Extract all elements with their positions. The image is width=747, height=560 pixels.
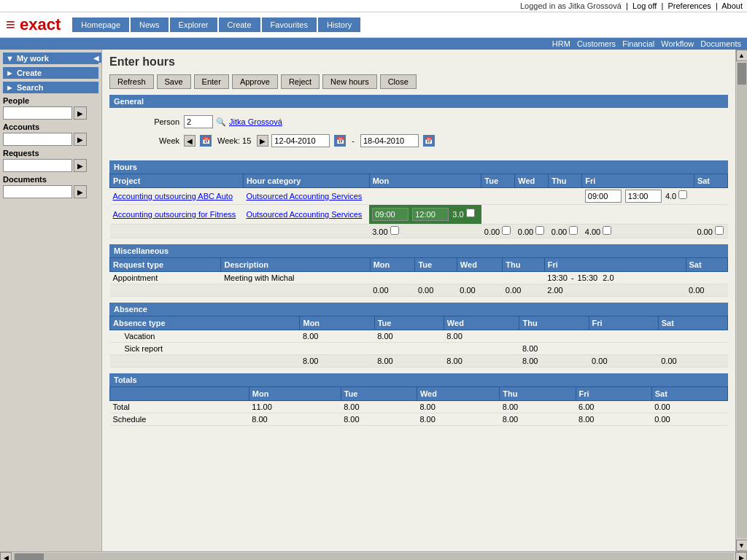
- misc-total-row: 0.00 0.00 0.00 0.00 2.00 0.00: [110, 284, 728, 297]
- thu-cell: [549, 188, 582, 205]
- misc-section: Miscellaneous Request type Description M…: [109, 244, 728, 297]
- requests-search-go[interactable]: ▶: [74, 159, 87, 172]
- people-search-input[interactable]: [3, 106, 72, 120]
- thu-total-checkbox[interactable]: [569, 226, 578, 235]
- sidebar-search-header[interactable]: ► Search: [3, 82, 98, 93]
- schedule-mon: 8.00: [249, 413, 341, 426]
- nav-create[interactable]: Create: [219, 18, 260, 32]
- vac-thu: [519, 330, 589, 343]
- approve-button[interactable]: Approve: [232, 74, 278, 89]
- category-link[interactable]: Outsourced Accounting Services: [246, 192, 362, 201]
- date-from-cal-icon[interactable]: 📅: [334, 135, 346, 147]
- total-mon: 11.00: [249, 401, 341, 413]
- fri-to-input[interactable]: [625, 190, 662, 203]
- sat-total-checkbox[interactable]: [715, 226, 724, 235]
- nav-explorer[interactable]: Explorer: [170, 18, 217, 32]
- col-mon: Mon: [249, 387, 341, 401]
- nav-favourites[interactable]: Favourites: [262, 18, 317, 32]
- logoff-link[interactable]: Log off: [632, 1, 657, 10]
- preferences-link[interactable]: Preferences: [667, 1, 711, 10]
- wed-total-checkbox[interactable]: [535, 226, 544, 235]
- nav-news[interactable]: News: [131, 18, 169, 32]
- mon-total-checkbox[interactable]: [390, 226, 399, 235]
- documents-search-go[interactable]: ▶: [74, 185, 87, 198]
- scroll-thumb[interactable]: [738, 63, 746, 85]
- col-mon: Mon: [369, 174, 481, 188]
- sidebar-create-header[interactable]: ► Create: [3, 67, 98, 79]
- create-arrow-icon: ►: [6, 69, 14, 77]
- tue-total-checkbox[interactable]: [502, 226, 511, 235]
- scroll-right-btn[interactable]: ▶: [735, 552, 747, 561]
- project-cell: Accounting outsourcing ABC Auto: [110, 188, 244, 205]
- about-link[interactable]: About: [721, 1, 743, 10]
- secnav-financial[interactable]: Financial: [622, 39, 654, 48]
- week-cal-icon[interactable]: 📅: [200, 135, 212, 147]
- requests-search-input[interactable]: [3, 159, 72, 172]
- mon-checkbox[interactable]: [466, 209, 475, 217]
- nav-history[interactable]: History: [318, 18, 360, 32]
- mon-from-input[interactable]: [372, 208, 409, 221]
- accounts-search-input[interactable]: [3, 133, 72, 146]
- project-link[interactable]: Accounting outsourcing ABC Auto: [113, 192, 233, 201]
- total-sat: 0.00: [651, 401, 727, 413]
- secnav-documents[interactable]: Documents: [700, 39, 741, 48]
- date-to-cal-icon[interactable]: 📅: [423, 135, 435, 147]
- mon-cell: [369, 188, 481, 205]
- scroll-up-btn[interactable]: ▲: [736, 50, 748, 61]
- category-link[interactable]: Outsourced Accounting Services: [246, 210, 362, 219]
- secnav-customers[interactable]: Customers: [577, 39, 616, 48]
- scroll-left-btn[interactable]: ◀: [0, 552, 12, 561]
- sat-cell: [686, 272, 728, 284]
- sat-cell: [694, 205, 727, 225]
- scrollbar-right[interactable]: ▲ ▼: [735, 50, 747, 551]
- people-search-go[interactable]: ▶: [74, 106, 87, 120]
- accounts-search-go[interactable]: ▶: [74, 133, 87, 146]
- fri-total-checkbox[interactable]: [603, 226, 611, 235]
- vac-wed: 8.00: [444, 330, 519, 343]
- next-week-btn[interactable]: ▶: [257, 135, 268, 147]
- mon-to-input[interactable]: [412, 208, 449, 221]
- people-input-row: ▶: [3, 106, 98, 120]
- mon-value: 3.0: [452, 210, 463, 219]
- table-row: Accounting outsourcing ABC Auto Outsourc…: [110, 188, 728, 205]
- hours-total-thu: 0.00: [549, 225, 582, 238]
- misc-fri-value: 2.0: [603, 273, 614, 282]
- person-row: Person 🔍 Jitka Grossová: [117, 112, 721, 131]
- documents-label: Documents: [3, 175, 98, 184]
- nav-homepage[interactable]: Homepage: [72, 18, 129, 32]
- fri-from-input[interactable]: [585, 190, 622, 203]
- date-to-input[interactable]: [360, 134, 419, 147]
- scroll-down-btn[interactable]: ▼: [736, 540, 748, 551]
- refresh-button[interactable]: Refresh: [109, 74, 154, 89]
- close-button[interactable]: Close: [380, 74, 417, 89]
- date-from-input[interactable]: [271, 134, 330, 147]
- new-hours-button[interactable]: New hours: [322, 74, 377, 89]
- total-label: Total: [110, 401, 249, 413]
- sidebar-mywork-header[interactable]: ▼ My work: [3, 52, 98, 64]
- secnav-workflow[interactable]: Workflow: [661, 39, 694, 48]
- nav-bar: Homepage News Explorer Create Favourites…: [72, 18, 360, 32]
- documents-search-input[interactable]: [3, 185, 72, 198]
- horizontal-scrollbar: ◀ ▶: [0, 551, 747, 560]
- h-scroll-thumb[interactable]: [15, 553, 44, 561]
- person-id-input[interactable]: [184, 115, 213, 128]
- person-search-icon[interactable]: 🔍: [216, 117, 226, 127]
- fri-checkbox[interactable]: [678, 190, 687, 199]
- secnav-hrm[interactable]: HRM: [552, 39, 570, 48]
- thu-cell: [503, 272, 544, 284]
- absence-table: Absence type Mon Tue Wed Thu Fri Sat Vac…: [109, 316, 728, 368]
- col-thu: Thu: [519, 316, 589, 330]
- sidebar-collapse-btn[interactable]: ◀: [91, 52, 101, 63]
- enter-button[interactable]: Enter: [194, 74, 229, 89]
- request-type-cell: Appointment: [110, 272, 221, 284]
- wed-cell: [515, 205, 549, 225]
- wed-cell: [515, 188, 549, 205]
- total-tue: 8.00: [341, 401, 417, 413]
- schedule-tue: 8.00: [341, 413, 417, 426]
- mon-cell-active: 3.0: [369, 205, 481, 225]
- prev-week-btn[interactable]: ◀: [184, 135, 196, 147]
- reject-button[interactable]: Reject: [281, 74, 320, 89]
- project-link[interactable]: Accounting outsourcing for Fitness: [113, 210, 236, 219]
- save-button[interactable]: Save: [157, 74, 191, 89]
- person-name-link[interactable]: Jitka Grossová: [229, 117, 282, 126]
